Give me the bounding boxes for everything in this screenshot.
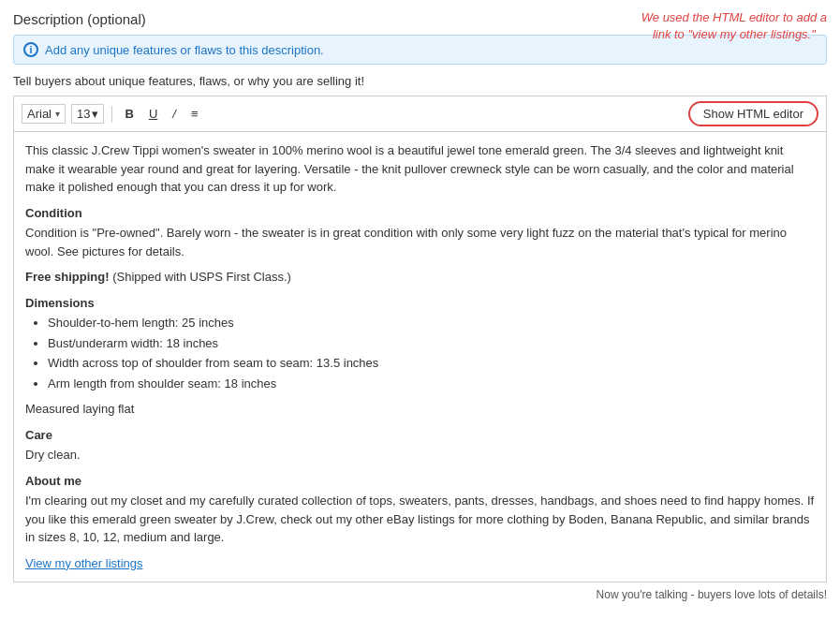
font-size-select[interactable]: 13 ▾: [71, 104, 104, 124]
shipping-bold: Free shipping!: [25, 270, 110, 284]
shipping-text: (Shipped with USPS First Class.): [110, 270, 291, 284]
font-family-select[interactable]: Arial ▾: [22, 104, 66, 124]
subtext: Tell buyers about unique features, flaws…: [13, 74, 827, 88]
show-html-editor-button[interactable]: Show HTML editor: [688, 101, 818, 126]
care-section: Care Dry clean.: [25, 426, 815, 464]
callout-note: We used the HTML editor to add a link to…: [641, 9, 827, 43]
bold-button[interactable]: B: [120, 105, 138, 123]
about-heading: About me: [25, 472, 815, 491]
chevron-down-icon: ▾: [92, 107, 98, 121]
list-item: Shoulder-to-hem length: 25 inches: [48, 314, 815, 332]
toolbar-separator: [111, 106, 112, 123]
list-item: Bust/underarm width: 18 inches: [48, 334, 815, 353]
measured-text: Measured laying flat: [25, 400, 815, 419]
editor-area[interactable]: This classic J.Crew Tippi women's sweate…: [13, 131, 827, 582]
chevron-down-icon: ▾: [55, 109, 60, 119]
list-button[interactable]: ≡: [186, 105, 203, 123]
other-listings-link[interactable]: View my other listings: [25, 556, 142, 570]
dimensions-heading: Dimensions: [25, 294, 815, 313]
care-text: Dry clean.: [25, 446, 815, 464]
footer-note: Now you're talking - buyers love lots of…: [13, 588, 827, 601]
about-section: About me I'm clearing out my closet and …: [25, 472, 815, 547]
toolbar: Arial ▾ 13 ▾ B U / ≡ Show HTML editor: [13, 96, 827, 131]
para1: This classic J.Crew Tippi women's sweate…: [25, 141, 815, 197]
list-item: Arm length from shoulder seam: 18 inches: [48, 375, 815, 393]
underline-button[interactable]: U: [144, 105, 162, 123]
italic-button[interactable]: /: [168, 105, 181, 123]
info-text: Add any unique features or flaws to this…: [45, 43, 324, 57]
info-icon: i: [23, 42, 38, 57]
dimensions-section: Dimensions Shoulder-to-hem length: 25 in…: [25, 294, 815, 393]
condition-text: Condition is "Pre-owned". Barely worn - …: [25, 224, 815, 260]
font-size-label: 13: [77, 107, 90, 121]
condition-heading: Condition: [25, 204, 815, 223]
about-text: I'm clearing out my closet and my carefu…: [25, 492, 815, 547]
dimensions-list: Shoulder-to-hem length: 25 inches Bust/u…: [48, 314, 815, 392]
shipping-section: Free shipping! (Shipped with USPS First …: [25, 268, 815, 287]
condition-section: Condition Condition is "Pre-owned". Bare…: [25, 204, 815, 261]
care-heading: Care: [25, 426, 815, 445]
font-family-label: Arial: [27, 107, 52, 121]
list-item: Width across top of shoulder from seam t…: [48, 354, 815, 373]
